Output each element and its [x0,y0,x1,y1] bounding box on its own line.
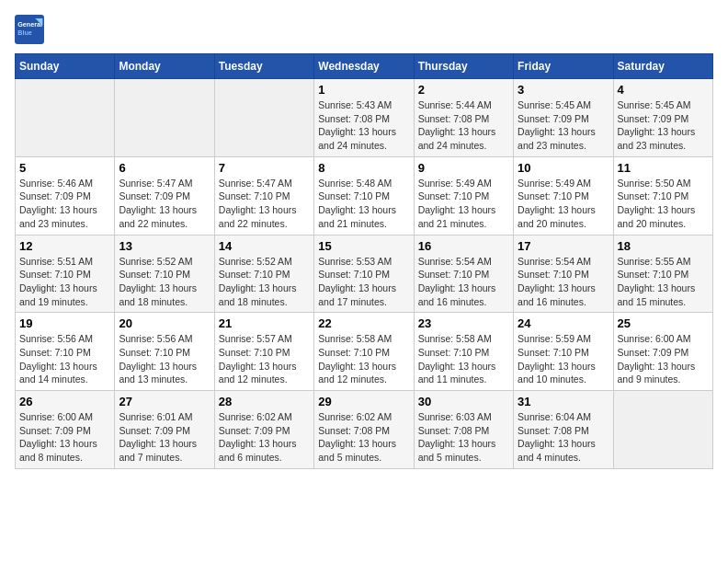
calendar-cell [115,79,214,157]
calendar-cell: 6Sunrise: 5:47 AM Sunset: 7:09 PM Daylig… [115,156,214,235]
day-number: 29 [318,395,409,408]
weekday-header-monday: Monday [115,54,214,79]
day-info: Sunrise: 5:58 AM Sunset: 7:10 PM Dayligh… [318,332,409,386]
calendar-cell [214,79,313,157]
calendar-cell: 8Sunrise: 5:48 AM Sunset: 7:10 PM Daylig… [314,156,414,235]
calendar-cell [613,391,712,469]
calendar-cell: 20Sunrise: 5:56 AM Sunset: 7:10 PM Dayli… [115,313,214,391]
calendar-cell: 12Sunrise: 5:51 AM Sunset: 7:10 PM Dayli… [16,235,115,313]
day-info: Sunrise: 6:04 AM Sunset: 7:08 PM Dayligh… [518,410,609,465]
day-number: 25 [618,316,709,330]
day-info: Sunrise: 5:53 AM Sunset: 7:10 PM Dayligh… [318,255,409,309]
calendar-cell: 27Sunrise: 6:01 AM Sunset: 7:09 PM Dayli… [115,391,214,469]
day-info: Sunrise: 5:45 AM Sunset: 7:09 PM Dayligh… [618,98,709,153]
calendar-cell: 21Sunrise: 5:57 AM Sunset: 7:10 PM Dayli… [214,313,313,391]
calendar-cell [16,79,115,157]
day-number: 17 [518,239,609,253]
day-number: 3 [518,83,609,97]
day-number: 14 [219,239,310,253]
calendar-cell: 4Sunrise: 5:45 AM Sunset: 7:09 PM Daylig… [613,79,712,157]
calendar-cell: 24Sunrise: 5:59 AM Sunset: 7:10 PM Dayli… [514,313,613,391]
day-info: Sunrise: 6:01 AM Sunset: 7:09 PM Dayligh… [119,410,210,465]
day-number: 20 [119,316,210,330]
calendar-cell: 31Sunrise: 6:04 AM Sunset: 7:08 PM Dayli… [514,391,613,469]
calendar-week-2: 5Sunrise: 5:46 AM Sunset: 7:09 PM Daylig… [16,156,713,235]
day-info: Sunrise: 5:47 AM Sunset: 7:10 PM Dayligh… [219,177,310,231]
calendar-cell: 14Sunrise: 5:52 AM Sunset: 7:10 PM Dayli… [214,235,313,313]
svg-text:Blue: Blue [17,29,32,37]
day-info: Sunrise: 5:50 AM Sunset: 7:10 PM Dayligh… [618,177,709,231]
calendar-cell: 16Sunrise: 5:54 AM Sunset: 7:10 PM Dayli… [414,235,513,313]
day-info: Sunrise: 5:44 AM Sunset: 7:08 PM Dayligh… [418,98,509,153]
day-number: 31 [518,395,609,408]
calendar-cell: 2Sunrise: 5:44 AM Sunset: 7:08 PM Daylig… [414,79,513,157]
day-info: Sunrise: 5:47 AM Sunset: 7:09 PM Dayligh… [119,177,210,231]
day-info: Sunrise: 5:51 AM Sunset: 7:10 PM Dayligh… [19,255,110,309]
day-info: Sunrise: 5:57 AM Sunset: 7:10 PM Dayligh… [219,332,310,386]
calendar-cell: 5Sunrise: 5:46 AM Sunset: 7:09 PM Daylig… [16,156,115,235]
day-info: Sunrise: 6:02 AM Sunset: 7:09 PM Dayligh… [219,410,310,465]
day-info: Sunrise: 5:56 AM Sunset: 7:10 PM Dayligh… [19,332,110,386]
day-number: 9 [418,161,509,175]
day-number: 19 [19,316,110,330]
calendar-cell: 30Sunrise: 6:03 AM Sunset: 7:08 PM Dayli… [414,391,513,469]
day-number: 18 [618,239,709,253]
day-info: Sunrise: 6:00 AM Sunset: 7:09 PM Dayligh… [19,410,110,465]
day-number: 26 [19,395,110,408]
day-number: 6 [119,161,210,175]
calendar-week-1: 1Sunrise: 5:43 AM Sunset: 7:08 PM Daylig… [16,79,713,157]
day-number: 27 [119,395,210,408]
day-info: Sunrise: 5:54 AM Sunset: 7:10 PM Dayligh… [518,255,609,309]
weekday-header-row: SundayMondayTuesdayWednesdayThursdayFrid… [16,54,713,79]
calendar-cell: 18Sunrise: 5:55 AM Sunset: 7:10 PM Dayli… [613,235,712,313]
day-number: 28 [219,395,310,408]
day-number: 7 [219,161,310,175]
calendar-cell: 28Sunrise: 6:02 AM Sunset: 7:09 PM Dayli… [214,391,313,469]
calendar-header: SundayMondayTuesdayWednesdayThursdayFrid… [16,54,713,79]
calendar-cell: 1Sunrise: 5:43 AM Sunset: 7:08 PM Daylig… [314,79,414,157]
day-info: Sunrise: 5:43 AM Sunset: 7:08 PM Dayligh… [318,98,409,153]
day-number: 21 [219,316,310,330]
day-number: 4 [618,83,709,97]
day-number: 15 [318,239,409,253]
day-info: Sunrise: 5:52 AM Sunset: 7:10 PM Dayligh… [119,255,210,309]
day-info: Sunrise: 5:59 AM Sunset: 7:10 PM Dayligh… [518,332,609,386]
day-info: Sunrise: 5:55 AM Sunset: 7:10 PM Dayligh… [618,255,709,309]
day-number: 2 [418,83,509,97]
day-number: 1 [318,83,409,97]
calendar-cell: 9Sunrise: 5:49 AM Sunset: 7:10 PM Daylig… [414,156,513,235]
calendar-cell: 29Sunrise: 6:02 AM Sunset: 7:08 PM Dayli… [314,391,414,469]
weekday-header-saturday: Saturday [613,54,712,79]
day-info: Sunrise: 5:56 AM Sunset: 7:10 PM Dayligh… [119,332,210,386]
day-number: 5 [19,161,110,175]
calendar-cell: 26Sunrise: 6:00 AM Sunset: 7:09 PM Dayli… [16,391,115,469]
day-info: Sunrise: 5:45 AM Sunset: 7:09 PM Dayligh… [518,98,609,153]
day-number: 30 [418,395,509,408]
calendar-cell: 10Sunrise: 5:49 AM Sunset: 7:10 PM Dayli… [514,156,613,235]
day-info: Sunrise: 6:03 AM Sunset: 7:08 PM Dayligh… [418,410,509,465]
day-number: 8 [318,161,409,175]
day-number: 22 [318,316,409,330]
day-info: Sunrise: 5:52 AM Sunset: 7:10 PM Dayligh… [219,255,310,309]
calendar-week-3: 12Sunrise: 5:51 AM Sunset: 7:10 PM Dayli… [16,235,713,313]
weekday-header-sunday: Sunday [16,54,115,79]
weekday-header-thursday: Thursday [414,54,513,79]
day-info: Sunrise: 5:58 AM Sunset: 7:10 PM Dayligh… [418,332,509,386]
day-number: 16 [418,239,509,253]
calendar-table: SundayMondayTuesdayWednesdayThursdayFrid… [15,53,713,469]
weekday-header-friday: Friday [514,54,613,79]
day-info: Sunrise: 5:48 AM Sunset: 7:10 PM Dayligh… [318,177,409,231]
day-number: 24 [518,316,609,330]
day-number: 12 [19,239,110,253]
calendar-week-5: 26Sunrise: 6:00 AM Sunset: 7:09 PM Dayli… [16,391,713,469]
calendar-cell: 13Sunrise: 5:52 AM Sunset: 7:10 PM Dayli… [115,235,214,313]
day-info: Sunrise: 5:54 AM Sunset: 7:10 PM Dayligh… [418,255,509,309]
calendar-cell: 23Sunrise: 5:58 AM Sunset: 7:10 PM Dayli… [414,313,513,391]
calendar-cell: 19Sunrise: 5:56 AM Sunset: 7:10 PM Dayli… [16,313,115,391]
weekday-header-tuesday: Tuesday [214,54,313,79]
calendar-cell: 22Sunrise: 5:58 AM Sunset: 7:10 PM Dayli… [314,313,414,391]
calendar-cell: 25Sunrise: 6:00 AM Sunset: 7:09 PM Dayli… [613,313,712,391]
calendar-cell: 7Sunrise: 5:47 AM Sunset: 7:10 PM Daylig… [214,156,313,235]
calendar-cell: 3Sunrise: 5:45 AM Sunset: 7:09 PM Daylig… [514,79,613,157]
day-number: 10 [518,161,609,175]
